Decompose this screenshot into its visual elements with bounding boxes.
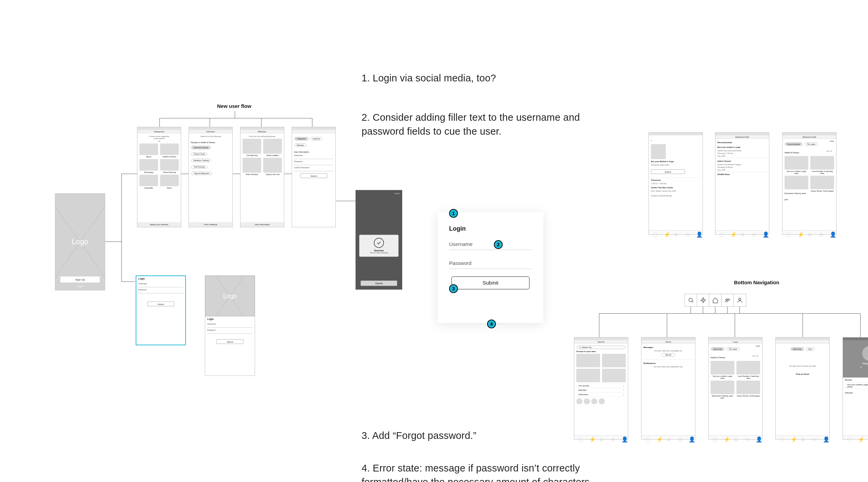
meetup-a[interactable]: City Spinning bbox=[243, 154, 261, 156]
pill-3[interactable]: Marathon Training bbox=[191, 159, 211, 162]
cat-music[interactable]: Music bbox=[160, 187, 179, 189]
login-link[interactable]: Log in bbox=[77, 285, 83, 287]
step-pill-2[interactable]: Interests bbox=[310, 137, 322, 140]
groups-icon[interactable]: ☆ bbox=[752, 231, 754, 234]
search-input[interactable]: 🔍 Search City bbox=[577, 346, 625, 349]
logo-text: Logo bbox=[72, 237, 89, 246]
connector bbox=[159, 118, 160, 127]
cat-sports[interactable]: Sports bbox=[139, 156, 158, 158]
tile-1[interactable]: Not your mother’s yoga class bbox=[711, 375, 734, 379]
categories-title: Categories bbox=[154, 131, 164, 133]
user-icon[interactable]: 👤 bbox=[830, 231, 832, 234]
pill-4[interactable]: Trail Running bbox=[191, 165, 207, 169]
user-icon[interactable]: 👤 bbox=[696, 231, 698, 234]
cta-select-interests[interactable]: Select your interests bbox=[137, 222, 181, 227]
see-all-pill[interactable]: See all bbox=[661, 353, 675, 356]
tile-2[interactable]: Love Handles: A spinning class bbox=[810, 170, 834, 174]
submit-button[interactable]: Submit bbox=[451, 276, 529, 289]
step-pill-3[interactable]: Meetups bbox=[294, 143, 306, 147]
nav-home-icon[interactable] bbox=[709, 294, 721, 306]
step-pill-1[interactable]: Categories bbox=[294, 137, 308, 140]
success-modal-screen: Log in Success Time to start sweating Su… bbox=[355, 190, 402, 290]
connector bbox=[727, 307, 728, 313]
back-chevron-icon[interactable]: ‹ bbox=[139, 131, 139, 133]
modal-submit[interactable]: Submit bbox=[361, 281, 398, 286]
section-hf: Health & Fitness bbox=[711, 356, 725, 359]
card-2-date: Thursday, 8:45 pm bbox=[717, 166, 765, 168]
bolt-icon[interactable]: ⚡ bbox=[797, 231, 800, 234]
annotation-2: 2. Consider adding filler text to the us… bbox=[362, 111, 613, 138]
pill-upcoming[interactable]: Upcoming bbox=[791, 347, 804, 351]
connector bbox=[261, 118, 262, 127]
connector bbox=[159, 118, 312, 118]
nav-user-icon[interactable] bbox=[734, 294, 746, 306]
groups-icon[interactable]: ☆ bbox=[685, 231, 688, 234]
cat-health[interactable]: Health & Fitness bbox=[160, 156, 179, 158]
submit-button[interactable]: Submit bbox=[216, 339, 244, 344]
cat-urban[interactable]: Urban Planning bbox=[160, 171, 179, 173]
header-city[interactable]: Selected City bbox=[803, 136, 815, 138]
submit-button[interactable]: Submit bbox=[651, 169, 685, 174]
submit-button[interactable]: Submit bbox=[300, 173, 327, 178]
tile-4[interactable]: Indoor Soccer Youth league bbox=[810, 190, 834, 192]
bolt-icon[interactable]: ⚡ bbox=[730, 231, 733, 234]
pill-next[interactable]: Next bbox=[806, 347, 814, 351]
find-event-link[interactable]: Find an Event bbox=[780, 373, 825, 375]
signup-button[interactable]: Sign Up bbox=[60, 276, 100, 283]
search-icon[interactable]: ◌ bbox=[787, 231, 789, 234]
pill-2[interactable]: Fitness Clubs bbox=[191, 152, 207, 156]
cat-hosp[interactable]: Hospitality bbox=[139, 187, 158, 189]
meetup-c[interactable]: Rock Climbing bbox=[243, 173, 261, 175]
cta-user-info[interactable]: User Information bbox=[240, 222, 284, 227]
avatar[interactable]: + bbox=[862, 346, 868, 361]
clear-link[interactable]: Clear bbox=[830, 140, 834, 142]
groups-icon[interactable]: ☆ bbox=[819, 231, 821, 234]
meetup-d[interactable]: Yoga for the soul bbox=[263, 173, 282, 175]
home-icon[interactable]: ⌂ bbox=[674, 231, 677, 234]
search-icon[interactable]: ◌ bbox=[719, 231, 722, 234]
event-detail-screen: ‹ Not your Mother’s Yoga Advanced yoga s… bbox=[649, 132, 703, 235]
watchlist-row[interactable]: Watchlist bbox=[578, 389, 586, 391]
user-icon[interactable]: 👤 bbox=[763, 231, 765, 234]
see-all-link[interactable]: see all bbox=[752, 355, 758, 357]
see-all-link[interactable]: see all bbox=[826, 150, 832, 152]
home-icon[interactable]: ⌂ bbox=[808, 231, 810, 234]
cta-find-meetup[interactable]: Find a Meetup bbox=[189, 222, 232, 227]
password-field[interactable]: Password bbox=[449, 257, 532, 269]
meetup-b[interactable]: Power weights bbox=[263, 154, 282, 156]
tile-1[interactable]: Not your mother’s yoga class bbox=[785, 170, 808, 174]
tile-4[interactable]: Indoor Soccer Youth league bbox=[736, 395, 760, 397]
pill-thisweek[interactable]: This week bbox=[726, 347, 739, 351]
tile-3[interactable]: Endurance Training: open gym bbox=[785, 192, 806, 200]
pill-1[interactable]: Spinning Classes bbox=[191, 146, 211, 149]
card-3-title[interactable]: Shuffle Race bbox=[717, 173, 765, 175]
influencers-row[interactable]: Influencers bbox=[578, 393, 588, 396]
nav-bolt-icon[interactable] bbox=[697, 294, 709, 306]
submit-button[interactable]: Submit bbox=[147, 302, 174, 306]
event-title: Not your Mother’s Yoga bbox=[651, 160, 698, 162]
field-username-label: Username bbox=[294, 154, 303, 156]
nav-groups-icon[interactable] bbox=[721, 294, 734, 306]
search-placeholder: Search City bbox=[582, 346, 592, 348]
card-2-title[interactable]: Indoor Soccer bbox=[717, 160, 765, 162]
cat-tech[interactable]: Technology bbox=[139, 171, 158, 173]
header-city[interactable]: Selected City bbox=[735, 136, 748, 138]
pill-recommended[interactable]: Recommended bbox=[785, 142, 802, 146]
your-groups-row[interactable]: Your groups bbox=[578, 385, 589, 387]
back-chevron-icon[interactable]: ‹ bbox=[651, 139, 652, 142]
login-link[interactable]: Log in bbox=[394, 192, 400, 194]
tile-2[interactable]: Love Handles: A spinning class bbox=[736, 375, 760, 379]
search-icon[interactable]: ◌ bbox=[653, 231, 655, 234]
interests-heading: Interests bbox=[845, 392, 868, 394]
pill-this-week[interactable]: This week bbox=[805, 142, 818, 146]
card-1-title[interactable]: Not your mother’s yoga bbox=[717, 146, 765, 148]
home-icon[interactable]: ⌂ bbox=[741, 231, 743, 234]
notifications-heading: Notifications bbox=[643, 362, 691, 364]
username-field[interactable]: Username bbox=[449, 238, 532, 250]
tile-3[interactable]: Endurance Training: open gym bbox=[711, 395, 734, 399]
pill-upcoming[interactable]: Upcoming bbox=[711, 347, 724, 351]
bolt-icon[interactable]: ⚡ bbox=[664, 231, 666, 234]
clear-link[interactable]: Clear bbox=[756, 345, 760, 347]
nav-search-icon[interactable] bbox=[685, 294, 697, 306]
pill-5[interactable]: Yoga for Beginners bbox=[191, 172, 212, 175]
